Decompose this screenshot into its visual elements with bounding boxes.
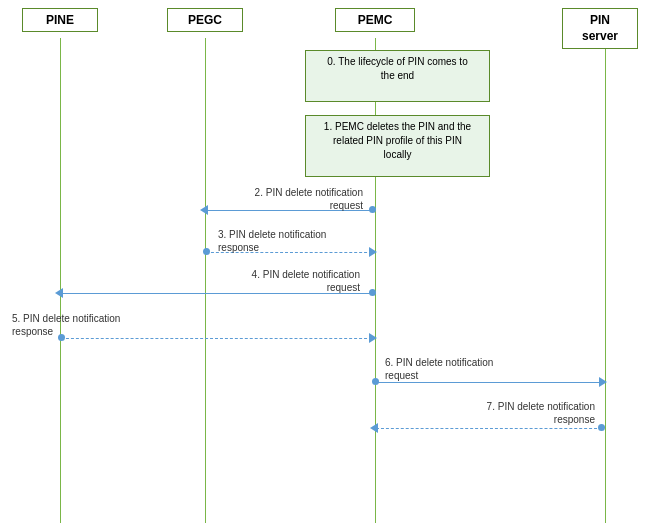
actor-pemc: PEMC xyxy=(335,8,415,32)
lifeline-pine xyxy=(60,38,61,523)
actor-pegc: PEGC xyxy=(167,8,243,32)
arrow-2-dot xyxy=(369,206,376,213)
arrow-3-dot xyxy=(203,248,210,255)
arrow-4-head xyxy=(55,288,63,298)
lifeline-pemc xyxy=(375,38,376,523)
actor-pine: PINE xyxy=(22,8,98,32)
note-0: 0. The lifecycle of PIN comes tothe end xyxy=(305,50,490,102)
arrow-2-head xyxy=(200,205,208,215)
arrow-6-line xyxy=(376,382,602,383)
arrow-6-dot xyxy=(372,378,379,385)
arrow-5-head xyxy=(369,333,377,343)
arrow-4-dot xyxy=(369,289,376,296)
arrow-7-dot xyxy=(598,424,605,431)
arrow-2-label: 2. PIN delete notificationrequest xyxy=(218,186,363,212)
arrow-3-label: 3. PIN delete notificationresponse xyxy=(218,228,363,254)
arrow-7-label: 7. PIN delete notificationresponse xyxy=(385,400,595,426)
arrow-4-label: 4. PIN delete notificationrequest xyxy=(70,268,360,294)
arrow-3-head xyxy=(369,247,377,257)
sequence-diagram: PINE PEGC PEMC PINserver 0. The lifecycl… xyxy=(0,0,664,523)
arrow-6-head xyxy=(599,377,607,387)
arrow-5-line xyxy=(61,338,372,339)
lifeline-pin-server xyxy=(605,38,606,523)
arrow-5-label: 5. PIN delete notificationresponse xyxy=(12,312,132,338)
arrow-6-label: 6. PIN delete notificationrequest xyxy=(385,356,595,382)
actor-pin-server: PINserver xyxy=(562,8,638,49)
note-1: 1. PEMC deletes the PIN and therelated P… xyxy=(305,115,490,177)
arrow-7-head xyxy=(370,423,378,433)
arrow-7-line xyxy=(376,428,602,429)
